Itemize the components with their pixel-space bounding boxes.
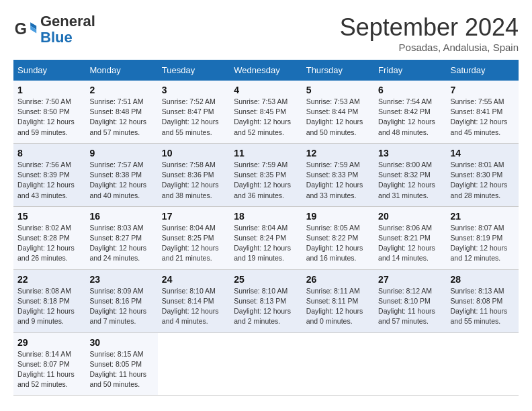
day-number: 30 bbox=[89, 337, 153, 348]
day-detail: Sunrise: 7:51 AMSunset: 8:48 PMDaylight:… bbox=[89, 97, 153, 138]
day-number: 11 bbox=[234, 148, 298, 158]
table-row: 20 Sunrise: 8:06 AMSunset: 8:21 PMDaylig… bbox=[374, 206, 446, 269]
day-number: 6 bbox=[378, 85, 442, 95]
day-detail: Sunrise: 7:53 AMSunset: 8:45 PMDaylight:… bbox=[234, 97, 298, 138]
day-number: 23 bbox=[89, 274, 153, 285]
day-number: 15 bbox=[17, 211, 81, 222]
day-detail: Sunrise: 8:04 AMSunset: 8:24 PMDaylight:… bbox=[234, 223, 298, 264]
table-row: 8 Sunrise: 7:56 AMSunset: 8:39 PMDayligh… bbox=[13, 143, 85, 206]
day-detail: Sunrise: 8:10 AMSunset: 8:14 PMDaylight:… bbox=[162, 286, 226, 327]
day-detail: Sunrise: 8:00 AMSunset: 8:32 PMDaylight:… bbox=[378, 160, 442, 201]
table-row: 28 Sunrise: 8:13 AMSunset: 8:08 PMDaylig… bbox=[447, 269, 519, 332]
day-detail: Sunrise: 7:57 AMSunset: 8:38 PMDaylight:… bbox=[89, 160, 153, 201]
day-detail: Sunrise: 7:58 AMSunset: 8:36 PMDaylight:… bbox=[162, 160, 226, 201]
table-row: 6 Sunrise: 7:54 AMSunset: 8:42 PMDayligh… bbox=[374, 81, 446, 143]
day-number: 22 bbox=[17, 274, 81, 285]
table-row bbox=[447, 332, 519, 396]
day-number: 2 bbox=[89, 85, 153, 95]
day-detail: Sunrise: 7:50 AMSunset: 8:50 PMDaylight:… bbox=[17, 97, 81, 138]
header-wednesday: Wednesday bbox=[230, 60, 302, 81]
table-row bbox=[302, 332, 374, 396]
day-number: 13 bbox=[378, 148, 442, 158]
table-row: 14 Sunrise: 8:01 AMSunset: 8:30 PMDaylig… bbox=[447, 143, 519, 206]
day-detail: Sunrise: 7:55 AMSunset: 8:41 PMDaylight:… bbox=[451, 97, 515, 138]
table-row: 19 Sunrise: 8:05 AMSunset: 8:22 PMDaylig… bbox=[302, 206, 374, 269]
header-saturday: Saturday bbox=[447, 60, 519, 81]
table-row: 12 Sunrise: 7:59 AMSunset: 8:33 PMDaylig… bbox=[302, 143, 374, 206]
day-number: 10 bbox=[162, 148, 226, 158]
day-detail: Sunrise: 8:11 AMSunset: 8:11 PMDaylight:… bbox=[306, 286, 370, 327]
day-detail: Sunrise: 7:54 AMSunset: 8:42 PMDaylight:… bbox=[378, 97, 442, 138]
day-number: 12 bbox=[306, 148, 370, 158]
table-row: 18 Sunrise: 8:04 AMSunset: 8:24 PMDaylig… bbox=[230, 206, 302, 269]
header-monday: Monday bbox=[85, 60, 157, 81]
table-row: 11 Sunrise: 7:59 AMSunset: 8:35 PMDaylig… bbox=[230, 143, 302, 206]
day-detail: Sunrise: 8:15 AMSunset: 8:05 PMDaylight:… bbox=[89, 349, 153, 390]
day-detail: Sunrise: 8:04 AMSunset: 8:25 PMDaylight:… bbox=[162, 223, 226, 264]
page-header: G General Blue September 2024 Posadas, A… bbox=[13, 13, 519, 53]
day-number: 3 bbox=[162, 85, 226, 95]
day-number: 24 bbox=[162, 274, 226, 285]
header-thursday: Thursday bbox=[302, 60, 374, 81]
calendar-table: Sunday Monday Tuesday Wednesday Thursday… bbox=[13, 60, 519, 396]
month-title: September 2024 bbox=[340, 13, 519, 42]
day-number: 29 bbox=[17, 337, 81, 348]
table-row: 27 Sunrise: 8:12 AMSunset: 8:10 PMDaylig… bbox=[374, 269, 446, 332]
calendar-week-row: 29 Sunrise: 8:14 AMSunset: 8:07 PMDaylig… bbox=[13, 332, 519, 396]
day-number: 28 bbox=[451, 274, 515, 285]
day-detail: Sunrise: 7:52 AMSunset: 8:47 PMDaylight:… bbox=[162, 97, 226, 138]
day-detail: Sunrise: 8:10 AMSunset: 8:13 PMDaylight:… bbox=[234, 286, 298, 327]
day-number: 5 bbox=[306, 85, 370, 95]
logo-icon: G bbox=[13, 17, 38, 42]
day-number: 21 bbox=[451, 211, 515, 222]
table-row: 22 Sunrise: 8:08 AMSunset: 8:18 PMDaylig… bbox=[13, 269, 85, 332]
day-detail: Sunrise: 8:06 AMSunset: 8:21 PMDaylight:… bbox=[378, 223, 442, 264]
table-row: 25 Sunrise: 8:10 AMSunset: 8:13 PMDaylig… bbox=[230, 269, 302, 332]
day-detail: Sunrise: 7:56 AMSunset: 8:39 PMDaylight:… bbox=[17, 160, 81, 201]
calendar-week-row: 22 Sunrise: 8:08 AMSunset: 8:18 PMDaylig… bbox=[13, 269, 519, 332]
title-block: September 2024 Posadas, Andalusia, Spain bbox=[340, 13, 519, 53]
day-detail: Sunrise: 8:09 AMSunset: 8:16 PMDaylight:… bbox=[89, 286, 153, 327]
day-number: 18 bbox=[234, 211, 298, 222]
day-detail: Sunrise: 8:02 AMSunset: 8:28 PMDaylight:… bbox=[17, 223, 81, 264]
header-friday: Friday bbox=[374, 60, 446, 81]
table-row: 1 Sunrise: 7:50 AMSunset: 8:50 PMDayligh… bbox=[13, 81, 85, 143]
table-row: 13 Sunrise: 8:00 AMSunset: 8:32 PMDaylig… bbox=[374, 143, 446, 206]
table-row: 10 Sunrise: 7:58 AMSunset: 8:36 PMDaylig… bbox=[158, 143, 230, 206]
calendar-week-row: 8 Sunrise: 7:56 AMSunset: 8:39 PMDayligh… bbox=[13, 143, 519, 206]
calendar-header-row: Sunday Monday Tuesday Wednesday Thursday… bbox=[13, 60, 519, 81]
day-number: 26 bbox=[306, 274, 370, 285]
day-number: 25 bbox=[234, 274, 298, 285]
table-row: 5 Sunrise: 7:53 AMSunset: 8:44 PMDayligh… bbox=[302, 81, 374, 143]
calendar-week-row: 1 Sunrise: 7:50 AMSunset: 8:50 PMDayligh… bbox=[13, 81, 519, 143]
day-number: 9 bbox=[89, 148, 153, 158]
table-row: 23 Sunrise: 8:09 AMSunset: 8:16 PMDaylig… bbox=[85, 269, 157, 332]
logo-line2: Blue bbox=[40, 29, 73, 46]
day-number: 17 bbox=[162, 211, 226, 222]
table-row: 15 Sunrise: 8:02 AMSunset: 8:28 PMDaylig… bbox=[13, 206, 85, 269]
day-detail: Sunrise: 8:13 AMSunset: 8:08 PMDaylight:… bbox=[451, 286, 515, 327]
table-row: 24 Sunrise: 8:10 AMSunset: 8:14 PMDaylig… bbox=[158, 269, 230, 332]
logo-line1: General bbox=[40, 13, 95, 30]
day-detail: Sunrise: 8:03 AMSunset: 8:27 PMDaylight:… bbox=[89, 223, 153, 264]
table-row: 4 Sunrise: 7:53 AMSunset: 8:45 PMDayligh… bbox=[230, 81, 302, 143]
day-detail: Sunrise: 8:07 AMSunset: 8:19 PMDaylight:… bbox=[451, 223, 515, 264]
day-number: 27 bbox=[378, 274, 442, 285]
calendar-week-row: 15 Sunrise: 8:02 AMSunset: 8:28 PMDaylig… bbox=[13, 206, 519, 269]
logo-text: General Blue bbox=[40, 13, 95, 46]
day-detail: Sunrise: 8:12 AMSunset: 8:10 PMDaylight:… bbox=[378, 286, 442, 327]
day-detail: Sunrise: 8:08 AMSunset: 8:18 PMDaylight:… bbox=[17, 286, 81, 327]
day-number: 4 bbox=[234, 85, 298, 95]
day-number: 16 bbox=[89, 211, 153, 222]
day-number: 8 bbox=[17, 148, 81, 158]
day-number: 1 bbox=[17, 85, 81, 95]
day-detail: Sunrise: 8:01 AMSunset: 8:30 PMDaylight:… bbox=[451, 160, 515, 201]
day-detail: Sunrise: 7:59 AMSunset: 8:33 PMDaylight:… bbox=[306, 160, 370, 201]
table-row: 7 Sunrise: 7:55 AMSunset: 8:41 PMDayligh… bbox=[447, 81, 519, 143]
table-row: 29 Sunrise: 8:14 AMSunset: 8:07 PMDaylig… bbox=[13, 332, 85, 396]
day-detail: Sunrise: 8:14 AMSunset: 8:07 PMDaylight:… bbox=[17, 349, 81, 390]
table-row: 30 Sunrise: 8:15 AMSunset: 8:05 PMDaylig… bbox=[85, 332, 157, 396]
table-row: 9 Sunrise: 7:57 AMSunset: 8:38 PMDayligh… bbox=[85, 143, 157, 206]
table-row: 17 Sunrise: 8:04 AMSunset: 8:25 PMDaylig… bbox=[158, 206, 230, 269]
day-number: 19 bbox=[306, 211, 370, 222]
